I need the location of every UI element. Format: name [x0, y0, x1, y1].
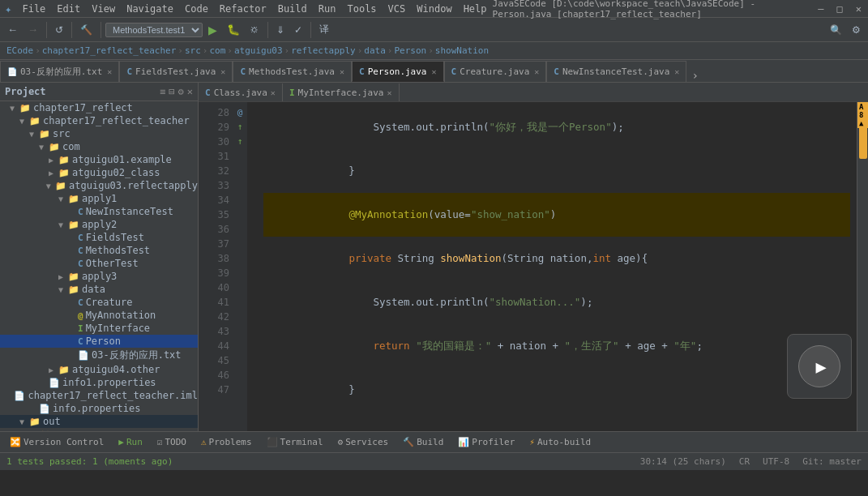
tab-newinstancetest-close[interactable]: ✕ — [674, 67, 679, 76]
tree-item[interactable]: ▼ 📁 apply2 — [0, 218, 198, 231]
menu-run[interactable]: Run — [313, 0, 342, 17]
tab-creature[interactable]: C Creature.java ✕ — [444, 61, 547, 82]
sidebar-settings-icon[interactable]: ⚙ — [178, 86, 184, 97]
menu-file[interactable]: File — [16, 0, 51, 17]
tree-item[interactable]: ▼ 📁 data — [0, 283, 198, 296]
menu-window[interactable]: Window — [411, 0, 457, 17]
breadcrumb-person[interactable]: Person — [394, 45, 426, 56]
menu-help[interactable]: Help — [458, 0, 493, 17]
tab-fieldstest-close[interactable]: ✕ — [220, 67, 225, 76]
code-content[interactable]: System.out.println("你好，我是一个Person"); } @… — [257, 102, 857, 431]
breadcrumb-ecode[interactable]: ECode — [6, 45, 33, 56]
run-button[interactable]: ▶ — [204, 22, 221, 38]
tree-item[interactable]: 📄 info1.properties — [0, 376, 198, 389]
build-button[interactable]: 🔨 — [76, 23, 96, 37]
tree-item[interactable]: ▶ 📁 src — [0, 428, 198, 431]
tree-item[interactable]: 📄 03-反射的应用.txt — [0, 348, 198, 363]
tree-item[interactable]: 📄 chapter17_reflect_teacher.iml — [0, 389, 198, 402]
encoding[interactable]: UTF-8 — [763, 456, 789, 467]
line-separator[interactable]: CR — [739, 456, 750, 467]
tab-class-close[interactable]: ✕ — [271, 88, 276, 97]
maximize-button[interactable]: □ — [831, 3, 849, 15]
tab-myinterface[interactable]: I MyInterface.java ✕ — [283, 83, 400, 101]
vcs-commit-button[interactable]: ✓ — [290, 23, 306, 37]
search-everywhere-button[interactable]: 🔍 — [826, 23, 846, 37]
sidebar-collapse-icon[interactable]: ⊟ — [169, 86, 174, 97]
settings-button[interactable]: ⚙ — [848, 23, 865, 37]
bottom-tab-terminal[interactable]: ⬛ Terminal — [260, 435, 330, 449]
revert-button[interactable]: ↺ — [51, 23, 67, 37]
tree-item[interactable]: C MethodsTest — [0, 244, 198, 257]
debug-button[interactable]: 🐛 — [223, 22, 244, 37]
tree-item[interactable]: ▶ 📁 apply3 — [0, 270, 198, 283]
sidebar-close-icon[interactable]: ✕ — [187, 86, 193, 97]
tree-item[interactable]: ▶ 📁 atguigu02_class — [0, 166, 198, 179]
breadcrumb-com[interactable]: com — [209, 45, 225, 56]
breadcrumb-chapter[interactable]: chapter17_reflect_teacher — [42, 45, 177, 56]
forward-button[interactable]: → — [24, 22, 42, 37]
bottom-tab-autobuild[interactable]: ⚡ Auto-build — [523, 435, 597, 449]
git-branch[interactable]: Git: master — [802, 456, 862, 467]
bottom-tab-profiler[interactable]: 📊 Profiler — [451, 435, 521, 449]
breadcrumb-data[interactable]: data — [364, 45, 386, 56]
vcs-update-button[interactable]: ⇓ — [272, 23, 289, 37]
tree-item[interactable]: ▼ 📁 chapter17_reflect — [0, 101, 198, 114]
back-button[interactable]: ← — [3, 22, 22, 37]
tree-item[interactable]: 📄 info.properties — [0, 402, 198, 415]
close-button[interactable]: ✕ — [849, 3, 868, 15]
translate-button[interactable]: 译 — [315, 21, 333, 38]
menu-edit[interactable]: Edit — [51, 0, 86, 17]
tree-item[interactable]: ▼ 📁 chapter17_reflect_teacher — [0, 114, 198, 127]
run-coverage-button[interactable]: ⛭ — [246, 23, 263, 37]
tree-item[interactable]: @ MyAnnotation — [0, 309, 198, 322]
breadcrumb-src[interactable]: src — [185, 45, 201, 56]
run-config-combo[interactable]: MethodsTest.test1 — [105, 23, 203, 37]
menu-build[interactable]: Build — [272, 0, 313, 17]
tab-methodstest[interactable]: C MethodsTest.java ✕ — [233, 61, 352, 82]
tab-methodstest-close[interactable]: ✕ — [340, 67, 344, 76]
sidebar-sort-icon[interactable]: ≡ — [160, 86, 165, 97]
bottom-tab-run[interactable]: ▶ Run — [112, 435, 149, 449]
tab-03txt-close[interactable]: ✕ — [107, 67, 112, 76]
breadcrumb-atguigu03[interactable]: atguigu03 — [234, 45, 283, 56]
bottom-tab-build[interactable]: 🔨 Build — [396, 435, 450, 449]
breadcrumb-shownation[interactable]: showNation — [435, 45, 489, 56]
breadcrumb-reflectapply[interactable]: reflectapply — [291, 45, 355, 56]
tree-item[interactable]: C Creature — [0, 296, 198, 309]
tree-item[interactable]: C NewInstanceTest — [0, 205, 198, 218]
tab-newinstancetest[interactable]: C NewInstanceTest.java ✕ — [546, 61, 686, 82]
tab-creature-close[interactable]: ✕ — [534, 67, 539, 76]
code-editor[interactable]: 28 29 30 31 32 33 34 35 36 37 38 39 40 4… — [199, 102, 868, 431]
bottom-tab-vcs[interactable]: 🔀 Version Control — [3, 435, 110, 449]
tree-item[interactable]: ▼ 📁 com — [0, 140, 198, 153]
tree-item[interactable]: I MyInterface — [0, 322, 198, 335]
menu-view[interactable]: View — [86, 0, 121, 17]
minimize-button[interactable]: — — [811, 3, 830, 15]
tab-person[interactable]: C Person.java ✕ — [352, 61, 444, 82]
menu-vcs[interactable]: VCS — [383, 0, 412, 17]
tab-person-close[interactable]: ✕ — [432, 67, 437, 76]
tree-item[interactable]: C OtherTest — [0, 257, 198, 270]
bottom-tab-problems[interactable]: ⚠ Problems — [195, 435, 259, 449]
bottom-tab-todo[interactable]: ☑ TODO — [151, 435, 193, 449]
tab-class[interactable]: C Class.java ✕ — [199, 83, 283, 101]
run-big-button[interactable]: ▶ — [798, 345, 840, 387]
tree-item[interactable]: ▶ 📁 atguigu01.example — [0, 153, 198, 166]
menu-navigate[interactable]: Navigate — [121, 0, 179, 17]
tree-item-out[interactable]: ▼ 📁 out — [0, 415, 198, 428]
tab-03txt[interactable]: 📄 03-反射的应用.txt ✕ — [0, 61, 119, 82]
tree-item[interactable]: C FieldsTest — [0, 231, 198, 244]
tree-item[interactable]: ▼ 📁 atguigu03.reflectapply — [0, 179, 198, 192]
tab-fieldstest[interactable]: C FieldsTest.java ✕ — [119, 61, 233, 82]
tree-item[interactable]: ▼ 📁 src — [0, 127, 198, 140]
tab-overflow[interactable]: › — [686, 69, 703, 82]
cursor-position[interactable]: 30:14 (25 chars) — [640, 456, 726, 467]
tree-item[interactable]: ▼ 📁 apply1 — [0, 192, 198, 205]
tree-item-person[interactable]: C Person — [0, 335, 198, 348]
bottom-tab-services[interactable]: ⚙ Services — [331, 435, 396, 449]
menu-tools[interactable]: Tools — [341, 0, 382, 17]
menu-refactor[interactable]: Refactor — [214, 0, 272, 17]
tree-item[interactable]: ▶ 📁 atguigu04.other — [0, 363, 198, 376]
menu-code[interactable]: Code — [179, 0, 214, 17]
tab-myinterface-close[interactable]: ✕ — [387, 88, 391, 97]
